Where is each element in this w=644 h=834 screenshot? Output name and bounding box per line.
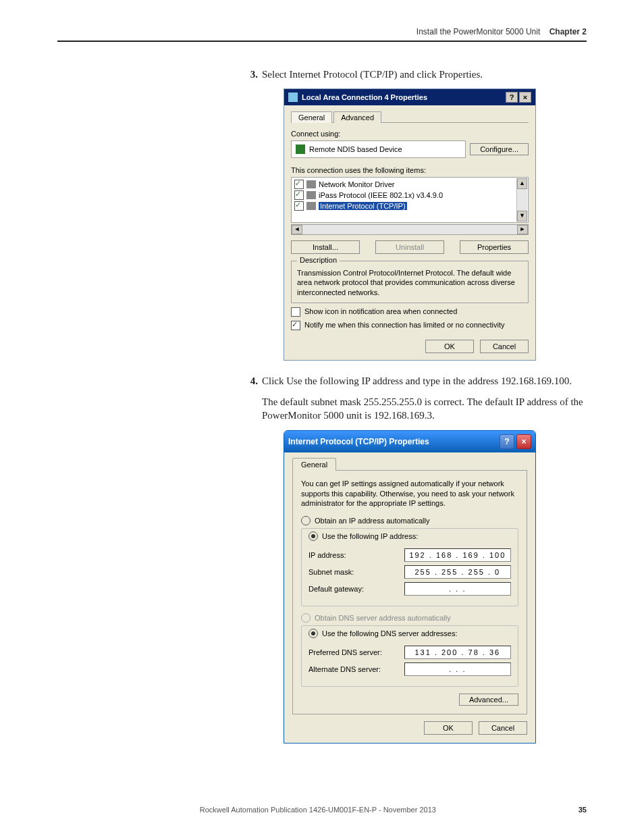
tab-general[interactable]: General <box>292 458 336 471</box>
description-legend: Description <box>297 256 340 264</box>
notify-checkbox-row[interactable]: Notify me when this connection has limit… <box>291 321 529 330</box>
notify-label: Notify me when this connection has limit… <box>304 321 505 329</box>
use-dns-label: Use the following DNS server addresses: <box>322 629 458 637</box>
dialog1-title-text: Local Area Connection 4 Properties <box>302 93 504 101</box>
show-icon-checkbox-row[interactable]: Show icon in notification area when conn… <box>291 307 529 317</box>
note-paragraph: The default subnet mask 255.255.255.0 is… <box>262 395 587 423</box>
step-3-text: Select Internet Protocol (TCP/IP) and cl… <box>262 69 587 80</box>
horizontal-scrollbar[interactable]: ◄ ► <box>291 224 529 235</box>
subnet-mask-input[interactable]: 255 . 255 . 255 . 0 <box>404 565 511 579</box>
alternate-dns-label: Alternate DNS server: <box>308 665 404 673</box>
radio-icon[interactable] <box>308 629 318 638</box>
general-panel: You can get IP settings assigned automat… <box>292 470 527 714</box>
use-ip-radio-row[interactable]: Use the following IP address: <box>308 531 418 541</box>
cancel-button[interactable]: Cancel <box>480 340 529 353</box>
show-icon-label: Show icon in notification area when conn… <box>304 307 457 315</box>
list-item-label: Network Monitor Driver <box>319 180 394 188</box>
ok-button[interactable]: OK <box>425 340 474 353</box>
dialog2-title-text: Internet Protocol (TCP/IP) Properties <box>288 437 498 446</box>
checkbox-icon[interactable] <box>294 190 304 200</box>
connection-items-listbox[interactable]: Network Monitor Driver iPass Protocol (I… <box>291 177 529 223</box>
properties-button[interactable]: Properties <box>460 240 529 254</box>
dialog2-titlebar: Internet Protocol (TCP/IP) Properties ? … <box>284 431 535 452</box>
step-4-num: 4. <box>243 375 258 387</box>
dialog1-tabs: General Advanced <box>291 111 529 123</box>
adapter-icon <box>296 145 305 154</box>
radio-icon[interactable] <box>308 531 318 541</box>
connect-using-label: Connect using: <box>291 130 529 138</box>
preferred-dns-label: Preferred DNS server: <box>308 648 404 656</box>
step-4-text: Click Use the following IP address and t… <box>262 375 587 387</box>
description-text: Transmission Control Protocol/Internet P… <box>297 268 522 297</box>
list-item-label: Internet Protocol (TCP/IP) <box>319 202 407 210</box>
radio-icon[interactable] <box>301 516 311 525</box>
help-button[interactable]: ? <box>506 92 518 103</box>
list-item-label: iPass Protocol (IEEE 802.1x) v3.4.9.0 <box>319 191 443 199</box>
scroll-left-icon[interactable]: ◄ <box>292 225 302 234</box>
step-3: 3. Select Internet Protocol (TCP/IP) and… <box>243 69 587 80</box>
local-area-connection-properties-dialog: Local Area Connection 4 Properties ? × G… <box>284 88 536 361</box>
checkbox-icon[interactable] <box>294 201 304 211</box>
publication-info: Rockwell Automation Publication 1426-UM0… <box>57 806 579 814</box>
protocol-icon <box>306 191 316 199</box>
configure-button[interactable]: Configure... <box>470 143 529 155</box>
ip-address-label: IP address: <box>308 551 404 559</box>
tab-advanced[interactable]: Advanced <box>333 111 381 123</box>
description-group: Description Transmission Control Protoco… <box>291 261 529 303</box>
close-button[interactable]: × <box>519 92 531 103</box>
dialog2-tabs: General <box>292 458 527 471</box>
ok-button[interactable]: OK <box>424 721 473 735</box>
radio-icon <box>301 613 311 623</box>
checkbox-icon[interactable] <box>294 180 304 189</box>
subnet-mask-label: Subnet mask: <box>308 568 404 576</box>
list-item-selected[interactable]: Internet Protocol (TCP/IP) <box>294 201 525 211</box>
breadcrumb-chapter: Chapter 2 <box>549 27 587 36</box>
connection-items-label: This connection uses the following items… <box>291 166 529 174</box>
page-number: 35 <box>579 806 587 814</box>
list-item[interactable]: iPass Protocol (IEEE 802.1x) v3.4.9.0 <box>294 190 525 201</box>
adapter-name: Remote NDIS based Device <box>309 145 402 153</box>
step-4: 4. Click Use the following IP address an… <box>243 375 587 387</box>
close-button[interactable]: × <box>516 434 531 449</box>
advanced-button[interactable]: Advanced... <box>459 694 518 706</box>
use-dns-fieldset: Use the following DNS server addresses: … <box>301 625 518 687</box>
help-button[interactable]: ? <box>500 434 514 449</box>
list-item[interactable]: Network Monitor Driver <box>294 179 525 190</box>
default-gateway-input[interactable]: . . . <box>404 582 511 596</box>
tab-general[interactable]: General <box>291 111 332 123</box>
ip-address-input[interactable]: 192 . 168 . 169 . 100 <box>404 548 511 562</box>
cancel-button[interactable]: Cancel <box>479 721 527 735</box>
page-footer: Rockwell Automation Publication 1426-UM0… <box>57 806 587 814</box>
step-3-num: 3. <box>243 69 258 80</box>
checkbox-icon[interactable] <box>291 321 300 330</box>
vertical-scrollbar[interactable]: ▲ ▼ <box>516 178 527 221</box>
protocol-icon <box>306 202 316 210</box>
connect-using-field: Remote NDIS based Device <box>291 140 466 158</box>
scroll-up-icon[interactable]: ▲ <box>517 178 527 189</box>
checkbox-icon[interactable] <box>291 307 300 317</box>
install-button[interactable]: Install... <box>291 240 360 254</box>
driver-icon <box>306 180 316 188</box>
obtain-dns-radio-row: Obtain DNS server address automatically <box>301 613 518 623</box>
breadcrumb-title: Install the PowerMonitor 5000 Unit <box>417 27 540 36</box>
default-gateway-label: Default gateway: <box>308 585 404 593</box>
uninstall-button: Uninstall <box>375 240 444 254</box>
tcpip-properties-dialog: Internet Protocol (TCP/IP) Properties ? … <box>284 430 536 744</box>
preferred-dns-input[interactable]: 131 . 200 . 78 . 36 <box>404 646 511 659</box>
use-dns-radio-row[interactable]: Use the following DNS server addresses: <box>308 629 458 638</box>
obtain-dns-label: Obtain DNS server address automatically <box>315 614 451 622</box>
dialog1-titlebar: Local Area Connection 4 Properties ? × <box>284 89 535 105</box>
alternate-dns-input[interactable]: . . . <box>404 662 511 676</box>
scroll-right-icon[interactable]: ► <box>517 225 528 234</box>
explain-text: You can get IP settings assigned automat… <box>301 479 518 508</box>
obtain-ip-label: Obtain an IP address automatically <box>315 517 429 525</box>
scroll-down-icon[interactable]: ▼ <box>517 211 527 221</box>
obtain-ip-radio-row[interactable]: Obtain an IP address automatically <box>301 516 518 525</box>
network-icon <box>288 93 298 102</box>
use-ip-fieldset: Use the following IP address: IP address… <box>301 528 518 606</box>
page-header: Install the PowerMonitor 5000 Unit Chapt… <box>57 27 587 42</box>
use-ip-label: Use the following IP address: <box>322 532 418 540</box>
